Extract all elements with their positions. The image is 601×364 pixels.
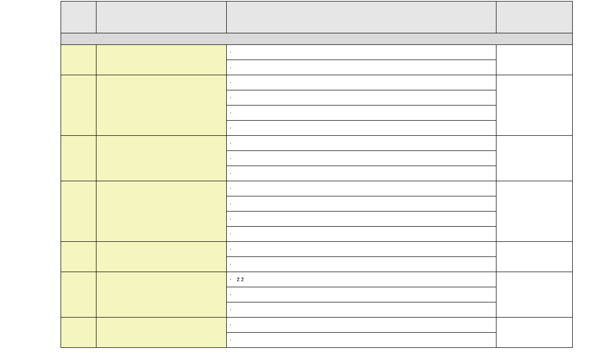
group-right-cell: [496, 136, 573, 181]
group-code-cell: [61, 318, 96, 348]
item-description: ·: [227, 45, 496, 60]
table-row: ·: [61, 318, 573, 333]
bullet-dot: ·: [230, 49, 237, 55]
table-row: ·: [61, 136, 573, 151]
bullet-dot: ·: [230, 246, 237, 252]
item-description: ·: [227, 151, 496, 166]
content-table: ················ž ž····: [61, 1, 573, 348]
bullet-dot: ·: [230, 277, 237, 282]
bullet-dot: ·: [230, 216, 237, 222]
item-text: ž ž: [237, 276, 244, 282]
group-label-cell: [96, 45, 227, 75]
group-code-cell: [61, 45, 96, 75]
item-description: ·: [227, 196, 496, 212]
bullet-dot: ·: [230, 140, 237, 146]
table-row: ·: [61, 75, 573, 90]
bullet-dot: ·: [230, 95, 237, 100]
group-code-cell: [61, 181, 96, 242]
bullet-dot: ·: [230, 171, 237, 176]
group-label-cell: [96, 136, 227, 181]
item-description: ·: [227, 212, 496, 227]
group-right-cell: [496, 75, 573, 136]
item-description: ·ž ž: [227, 272, 496, 287]
table-row: ·ž ž: [61, 272, 573, 287]
group-label-cell: [96, 242, 227, 272]
header-cell-2: [96, 2, 227, 33]
group-right-cell: [496, 45, 573, 75]
item-description: ·: [227, 106, 496, 121]
group-label-cell: [96, 181, 227, 242]
group-right-cell: [496, 181, 573, 242]
bullet-dot: ·: [230, 307, 237, 313]
group-code-cell: [61, 242, 96, 272]
table-row: ·: [61, 242, 573, 257]
group-code-cell: [61, 75, 96, 136]
item-description: ·: [227, 136, 496, 151]
group-label-cell: [96, 75, 227, 136]
group-right-cell: [496, 242, 573, 272]
item-description: ·: [227, 121, 496, 136]
item-description: ·: [227, 75, 496, 90]
item-description: ·: [227, 333, 496, 348]
group-code-cell: [61, 272, 96, 318]
bullet-dot: ·: [230, 201, 237, 206]
group-right-cell: [496, 272, 573, 318]
bullet-dot: ·: [230, 110, 237, 116]
bullet-dot: ·: [230, 292, 237, 297]
item-description: ·: [227, 181, 496, 196]
group-label-cell: [96, 318, 227, 348]
bullet-dot: ·: [230, 80, 237, 85]
bullet-dot: ·: [230, 155, 237, 161]
item-description: ·: [227, 60, 496, 75]
item-description: ·: [227, 287, 496, 302]
bullet-dot: ·: [230, 231, 237, 237]
header-cell-1: [61, 2, 96, 33]
item-description: ·: [227, 242, 496, 257]
bullet-dot: ·: [230, 125, 237, 131]
item-description: ·: [227, 257, 496, 272]
item-description: ·: [227, 318, 496, 333]
item-description: ·: [227, 302, 496, 318]
header-cell-3: [227, 2, 496, 33]
item-description: ·: [227, 90, 496, 106]
table-header-row: [61, 2, 573, 33]
group-right-cell: [496, 318, 573, 348]
section-label: [61, 33, 573, 45]
bullet-dot: ·: [230, 262, 237, 267]
item-description: ·: [227, 227, 496, 242]
bullet-dot: ·: [230, 322, 237, 328]
table-row: ·: [61, 181, 573, 196]
item-description: ·: [227, 166, 496, 181]
header-cell-4: [496, 2, 573, 33]
group-label-cell: [96, 272, 227, 318]
group-code-cell: [61, 136, 96, 181]
section-row: [61, 33, 573, 45]
bullet-dot: ·: [230, 186, 237, 191]
bullet-dot: ·: [230, 65, 237, 70]
table-row: ·: [61, 45, 573, 60]
bullet-dot: ·: [230, 337, 237, 343]
